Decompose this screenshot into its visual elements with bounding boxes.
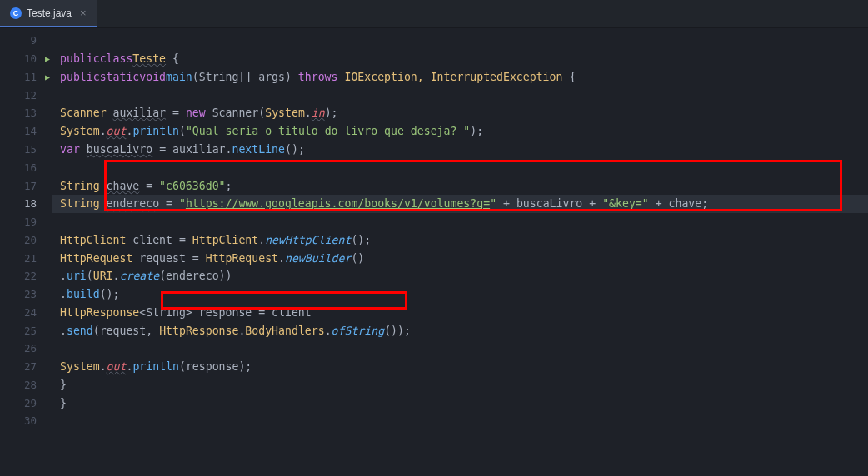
code-line (52, 86, 868, 104)
line-number: 29 (0, 394, 52, 412)
code-line: .send(request, HttpResponse.BodyHandlers… (52, 321, 868, 340)
code-line: .build(); (52, 285, 868, 304)
code-line: HttpRequest request = HttpRequest.newBui… (52, 249, 868, 267)
run-icon[interactable]: ▶ (45, 72, 50, 82)
line-number: 18 (0, 195, 52, 213)
line-number: 11▶ (0, 68, 52, 87)
code-line: } (52, 376, 868, 394)
code-line: Scanner auxiliar = new Scanner(System.in… (52, 104, 868, 122)
line-number-gutter: 9 10▶ 11▶ 12 13 14 15 16 17 18 19 20 21 … (0, 28, 52, 430)
code-line: HttpClient client = HttpClient.newHttpCl… (52, 231, 868, 249)
code-area[interactable]: public class Teste { public static void … (52, 28, 868, 430)
line-number: 9 (0, 32, 52, 50)
line-number: 23 (0, 285, 52, 304)
code-line (52, 213, 868, 231)
line-number: 19 (0, 213, 52, 231)
code-line: String endereco = "https://www.googleapi… (52, 195, 868, 213)
code-line (52, 412, 868, 430)
line-number: 20 (0, 231, 52, 249)
line-number: 25 (0, 321, 52, 340)
line-number: 10▶ (0, 50, 52, 68)
code-line: } (52, 394, 868, 412)
line-number: 16 (0, 158, 52, 176)
line-number: 15 (0, 141, 52, 159)
code-line: HttpResponse<String> response = client (52, 303, 868, 321)
editor[interactable]: 9 10▶ 11▶ 12 13 14 15 16 17 18 19 20 21 … (0, 28, 868, 430)
line-number: 13 (0, 104, 52, 122)
close-icon[interactable]: × (80, 7, 87, 19)
tab-filename: Teste.java (27, 7, 72, 19)
code-line (52, 32, 868, 50)
code-line: System.out.println("Qual seria o titulo … (52, 122, 868, 141)
java-class-icon: C (10, 7, 22, 19)
run-icon[interactable]: ▶ (45, 54, 50, 63)
line-number: 12 (0, 86, 52, 104)
line-number: 21 (0, 249, 52, 267)
line-number: 26 (0, 340, 52, 358)
line-number: 17 (0, 176, 52, 195)
line-number: 14 (0, 122, 52, 141)
tab-bar: C Teste.java × (0, 0, 868, 28)
code-line: public class Teste { (52, 50, 868, 68)
code-line (52, 158, 868, 176)
code-line: String chave = "c60636d0"; (52, 176, 868, 195)
code-line: var buscaLivro = auxiliar.nextLine(); (52, 141, 868, 159)
file-tab[interactable]: C Teste.java × (0, 0, 97, 27)
code-line (52, 340, 868, 358)
line-number: 27 (0, 358, 52, 376)
code-line: .uri(URI.create(endereco)) (52, 267, 868, 285)
code-line: System.out.println(response); (52, 358, 868, 376)
code-line: public static void main(String[] args) t… (52, 68, 868, 87)
line-number: 22 (0, 267, 52, 285)
line-number: 24 (0, 303, 52, 321)
line-number: 28 (0, 376, 52, 394)
line-number: 30 (0, 412, 52, 430)
